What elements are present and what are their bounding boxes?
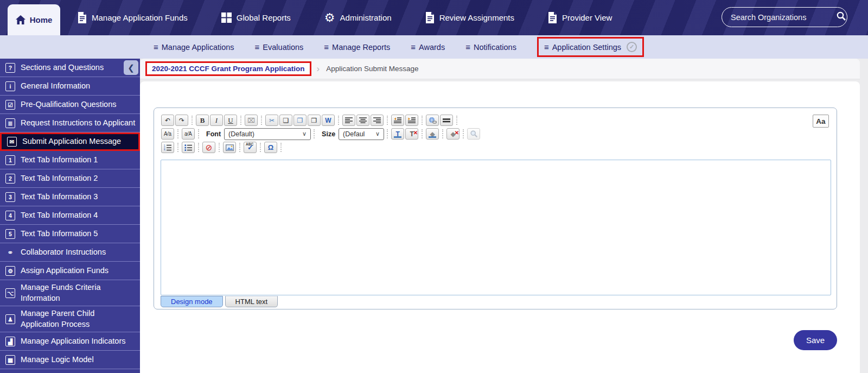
chevron-down-icon: ∨ bbox=[302, 130, 307, 137]
align-right-button[interactable] bbox=[371, 115, 384, 126]
insert-link-button[interactable] bbox=[426, 115, 439, 126]
insert-image-button[interactable] bbox=[223, 142, 236, 153]
spell-check-button[interactable]: ABC✓ bbox=[244, 142, 257, 153]
font-select[interactable]: (Default) ∨ bbox=[224, 128, 311, 140]
horizontal-rule-button[interactable] bbox=[440, 115, 453, 126]
top-nav-label: Provider View bbox=[562, 13, 612, 22]
copy-button[interactable]: ❏ bbox=[279, 115, 292, 126]
paste-plain-icon: ❒ bbox=[311, 117, 317, 124]
check-icon: ✓ bbox=[247, 143, 253, 151]
sidebar-item-manage-funds-criteria-information[interactable]: ⌥ Manage Funds Criteria Information bbox=[0, 280, 140, 306]
bold-button[interactable]: B bbox=[196, 115, 209, 126]
lowercase-icon: A⁄a bbox=[164, 131, 171, 137]
svg-text:3: 3 bbox=[164, 149, 165, 150]
italic-button[interactable]: I bbox=[210, 115, 223, 126]
redo-button[interactable]: ↷ bbox=[175, 115, 188, 126]
save-button[interactable]: Save bbox=[794, 330, 837, 350]
sidebar-item-manage-application-indicators[interactable]: ▟ Manage Application Indicators bbox=[0, 332, 140, 351]
highlight-color-button[interactable]: ◆ bbox=[426, 128, 439, 140]
breadcrumb-application-link[interactable]: 2020-2021 CCCF Grant Program Application bbox=[145, 61, 311, 76]
sidebar-item-assign-application-funds[interactable]: ⚙ Assign Application Funds bbox=[0, 262, 140, 280]
sidebar-item-submit-application-message[interactable]: ✉ Submit Application Message bbox=[0, 132, 140, 151]
sidebar-collapse-button[interactable]: ❮ bbox=[124, 60, 138, 75]
document-gear-icon: ⚙ bbox=[5, 266, 15, 276]
remove-format-button[interactable]: ⊘ bbox=[202, 142, 215, 153]
cut-button[interactable]: ✂ bbox=[265, 115, 278, 126]
design-mode-tab[interactable]: Design mode bbox=[161, 296, 223, 307]
accessibility-font-button[interactable]: Aa bbox=[813, 115, 829, 128]
sidebar-item-manage-parent-child-application-process[interactable]: ♟ Manage Parent Child Application Proces… bbox=[0, 306, 140, 332]
sidebar-item-general-information[interactable]: i General Information bbox=[0, 77, 140, 96]
sidebar-item-text-tab-information-3[interactable]: 3 Text Tab Information 3 bbox=[0, 188, 140, 206]
find-button[interactable] bbox=[467, 128, 480, 140]
message-body-textarea[interactable] bbox=[161, 160, 831, 295]
to-uppercase-button[interactable]: a⁄A bbox=[182, 128, 195, 140]
special-character-button[interactable]: Ω bbox=[264, 142, 277, 153]
indent-button[interactable] bbox=[405, 115, 418, 126]
sidebar-item-text-tab-information-5[interactable]: 5 Text Tab Information 5 bbox=[0, 225, 140, 243]
secnav-item-evaluations[interactable]: ≡ Evaluations bbox=[255, 42, 304, 52]
toolbar-row-2: A⁄a a⁄A Font (Default) ∨ Size (Defaul ∨ … bbox=[161, 127, 830, 141]
sidebar-item-label: Manage Application Indicators bbox=[21, 336, 125, 347]
top-nav-item-global-reports[interactable]: Global Reports bbox=[221, 12, 291, 23]
remove-highlight-button[interactable]: ◆✕ bbox=[446, 128, 459, 140]
sidebar-item-text-tab-information-1[interactable]: 1 Text Tab Information 1 bbox=[0, 151, 140, 169]
magnifier-icon bbox=[470, 130, 477, 137]
align-center-button[interactable] bbox=[356, 115, 369, 126]
top-nav-label: Review Assignments bbox=[439, 13, 514, 22]
number-5-icon: 5 bbox=[5, 229, 15, 239]
search-icon[interactable] bbox=[837, 11, 846, 23]
secnav-item-application-settings[interactable]: ≡ Application Settings ✓ bbox=[537, 37, 644, 57]
toolbar-separator bbox=[442, 129, 443, 138]
search-organizations-box[interactable] bbox=[722, 7, 847, 27]
toolbar-separator bbox=[219, 143, 220, 152]
paste-plain-text-button[interactable]: ❒ bbox=[308, 115, 321, 126]
paste-button[interactable]: ❐ bbox=[293, 115, 307, 126]
toolbar-row-1: ↶ ↷ B I U ⌧ ✂ ❏ ❐ ❒ W bbox=[161, 113, 830, 127]
outdent-button[interactable] bbox=[391, 115, 404, 126]
sidebar-item-collaborator-instructions[interactable]: ⚭ Collaborator Instructions bbox=[0, 243, 140, 262]
sidebar-item-label: Manage Parent Child Application Process bbox=[21, 308, 124, 330]
secnav-label: Evaluations bbox=[263, 43, 303, 52]
paste-from-word-button[interactable]: W bbox=[322, 115, 335, 126]
sidebar-item-label: Collaborator Instructions bbox=[21, 247, 106, 258]
sidebar-item-text-tab-information-2[interactable]: 2 Text Tab Information 2 bbox=[0, 169, 140, 188]
sidebar-item-pre-qualification-questions[interactable]: ☑ Pre-Qualification Questions bbox=[0, 96, 140, 114]
remove-text-color-button[interactable]: T✕ bbox=[405, 128, 418, 140]
underline-button[interactable]: U bbox=[224, 115, 237, 126]
to-lowercase-button[interactable]: A⁄a bbox=[161, 128, 174, 140]
eraser-button[interactable]: ⌧ bbox=[245, 115, 258, 126]
top-nav-item-provider-view[interactable]: Provider View bbox=[548, 12, 612, 23]
sidebar-item-manage-logic-model[interactable]: ▦ Manage Logic Model bbox=[0, 351, 140, 369]
color-bar bbox=[429, 136, 436, 138]
underline-icon: U bbox=[228, 116, 233, 125]
hamburger-icon: ≡ bbox=[544, 42, 549, 52]
toolbar-separator bbox=[280, 143, 282, 152]
sidebar-item-label: Manage Logic Model bbox=[21, 355, 94, 365]
size-select[interactable]: (Defaul ∨ bbox=[339, 128, 384, 140]
sidebar-item-text-tab-information-4[interactable]: 4 Text Tab Information 4 bbox=[0, 206, 140, 225]
top-nav-home-tab[interactable]: Home bbox=[8, 4, 60, 35]
paste-word-icon: W bbox=[325, 117, 331, 124]
top-nav-item-manage-application-funds[interactable]: Manage Application Funds bbox=[78, 12, 188, 23]
html-text-tab[interactable]: HTML text bbox=[225, 296, 278, 307]
toolbar-separator bbox=[198, 143, 199, 152]
number-4-icon: 4 bbox=[5, 211, 15, 220]
unordered-list-button[interactable] bbox=[182, 142, 195, 153]
undo-icon: ↶ bbox=[165, 117, 170, 124]
secnav-item-awards[interactable]: ≡ Awards bbox=[411, 42, 445, 52]
secnav-item-notifications[interactable]: ≡ Notifications bbox=[465, 42, 516, 52]
top-nav-item-administration[interactable]: ⚙ Administration bbox=[324, 12, 392, 24]
secnav-item-manage-reports[interactable]: ≡ Manage Reports bbox=[324, 42, 390, 52]
undo-button[interactable]: ↶ bbox=[161, 115, 174, 126]
search-input[interactable] bbox=[731, 13, 832, 22]
sidebar-item-sections-and-questions[interactable]: ? Sections and Questions ❮ bbox=[0, 59, 140, 77]
ordered-list-button[interactable]: 123 bbox=[161, 142, 174, 153]
secnav-item-manage-applications[interactable]: ≡ Manage Applications bbox=[154, 42, 234, 52]
uppercase-icon: a⁄A bbox=[184, 131, 192, 137]
red-x-icon: ✕ bbox=[455, 130, 459, 136]
sidebar-item-request-instructions-to-applicant[interactable]: ≣ Request Instructions to Applicant bbox=[0, 114, 140, 132]
top-nav-item-review-assignments[interactable]: Review Assignments bbox=[425, 12, 514, 23]
align-left-button[interactable] bbox=[342, 115, 355, 126]
text-color-button[interactable]: T bbox=[391, 128, 404, 140]
